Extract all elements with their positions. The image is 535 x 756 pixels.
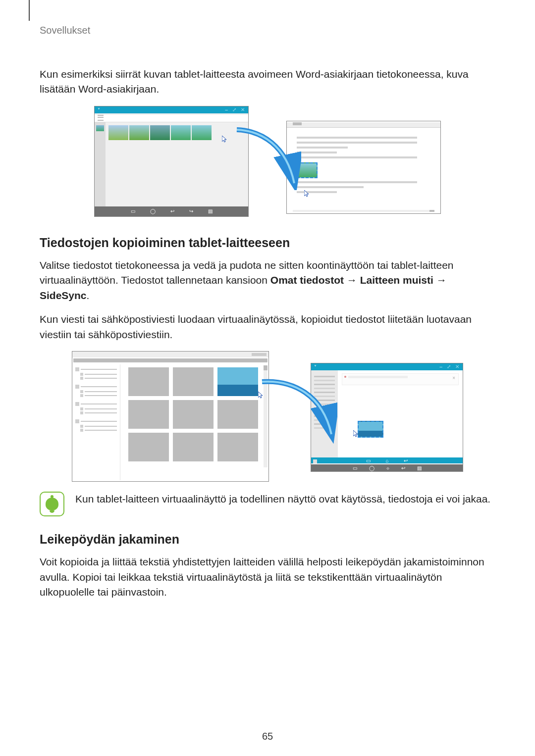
drag-arrow-icon — [258, 375, 337, 444]
recent-icon: ▭ — [131, 208, 135, 214]
figure-drag-to-tablet: ˅ ‒ ⤢ ✕ × ▭◯⟐↩▤ — [72, 351, 463, 483]
cursor-icon — [304, 190, 310, 197]
tablet-toolbar — [95, 115, 248, 122]
note-text: Kun tablet-laitteen virtuaalinäyttö ja t… — [75, 492, 490, 506]
menu-icon: ▤ — [208, 208, 213, 214]
heading-copy-files: Tiedostojen kopioiminen tablet-laitteese… — [40, 236, 495, 250]
cursor-icon — [258, 392, 264, 399]
cursor-icon — [222, 136, 228, 143]
thumbnail-image — [108, 125, 128, 140]
thumbnail-image — [171, 125, 191, 140]
android-nav-bar: ▭ ◯ ↩ ↪ ▤ — [95, 206, 248, 216]
photo-file-icon — [217, 367, 258, 396]
thumbnail-image — [150, 125, 170, 140]
sidesync-bar: ▭⌂↩ — [311, 457, 463, 463]
android-nav-bar: ▭◯⟐↩▤ — [311, 464, 463, 471]
thumbnail-image — [192, 125, 212, 140]
chevron-down-icon: ˅ — [98, 107, 100, 113]
copy-files-paragraph-1: Valitse tiedostot tietokoneessa ja vedä … — [40, 258, 495, 303]
app-indicator-icon — [97, 201, 102, 205]
window-buttons-icon: ‒ ⤢ ✕ — [225, 107, 246, 112]
word-window — [286, 121, 441, 214]
tablet-sidebar — [95, 122, 106, 208]
tablet-titlebar: ˅ ‒ ⤢ ✕ — [95, 106, 248, 113]
back-icon: ↩ — [170, 208, 174, 214]
page-number: 65 — [0, 731, 535, 742]
back-icon: ↪ — [189, 208, 193, 214]
cursor-icon — [353, 430, 359, 437]
heading-clipboard: Leikepöydän jakaminen — [40, 532, 495, 547]
file-grid — [120, 364, 268, 480]
intro-paragraph: Kun esimerkiksi siirrät kuvan tablet-lai… — [40, 67, 495, 97]
dropped-image-icon — [358, 421, 383, 438]
explorer-window — [72, 351, 269, 482]
hamburger-icon — [98, 115, 104, 121]
section-header: Sovellukset — [40, 25, 495, 36]
folder-tree — [72, 364, 120, 480]
drag-arrow-icon — [232, 126, 301, 190]
window-buttons-icon: ‒ ⤢ ✕ — [439, 364, 461, 369]
home-icon: ◯ — [150, 208, 156, 214]
clipboard-paragraph: Voit kopioida ja liittää tekstiä yhdiste… — [40, 554, 495, 600]
note-block: Kun tablet-laitteen virtuaalinäyttö ja t… — [40, 492, 495, 516]
close-icon: × — [452, 375, 455, 381]
thumbnail-image — [129, 125, 149, 140]
figure-drag-to-word: ˅ ‒ ⤢ ✕ ▭ ◯ ↩ ↪ ▤ — [94, 106, 441, 218]
copy-files-paragraph-2: Kun viesti tai sähköpostiviesti luodaan … — [40, 312, 495, 342]
chevron-down-icon: ˅ — [314, 364, 317, 370]
bell-icon — [40, 492, 64, 516]
tablet-window: ˅ ‒ ⤢ ✕ ▭ ◯ ↩ ↪ ▤ — [94, 106, 249, 217]
app-indicator-icon — [313, 459, 317, 463]
compose-area: × — [338, 370, 463, 457]
